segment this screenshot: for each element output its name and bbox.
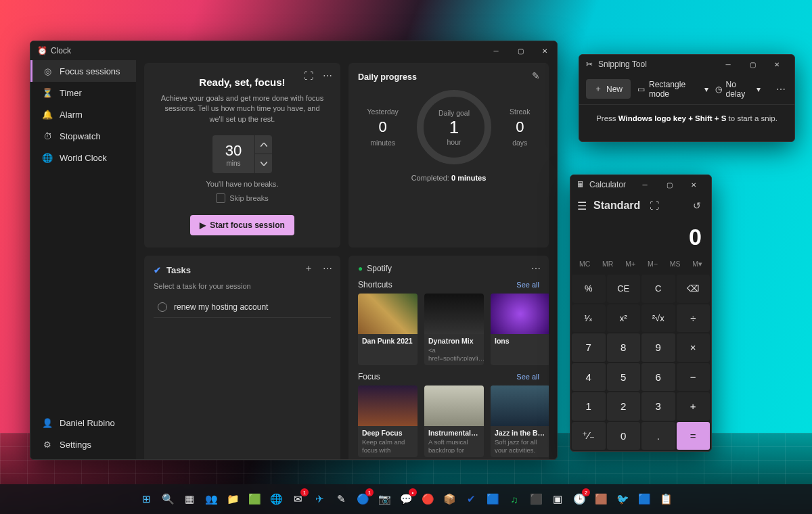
minutes-down-button[interactable]	[254, 154, 272, 173]
calc-mem-m[interactable]: M+	[624, 257, 637, 271]
calc-key-÷[interactable]: ÷	[677, 304, 710, 333]
shortcuts-see-all[interactable]: See all	[516, 281, 539, 289]
expand-icon[interactable]: ⛶	[301, 68, 316, 83]
taskbar-app-3[interactable]: 🟦	[483, 490, 502, 509]
calc-maximize[interactable]: ▢	[657, 175, 681, 194]
calc-key-0[interactable]: 0	[607, 422, 641, 450]
calc-key-2[interactable]: 2	[607, 392, 641, 421]
calc-key-¹⁄ₓ[interactable]: ¹⁄ₓ	[572, 304, 606, 333]
calc-mem-ms[interactable]: MS	[669, 257, 682, 271]
calc-key-CE[interactable]: CE	[607, 275, 641, 303]
task-item[interactable]: renew my hosting account	[154, 297, 331, 318]
taskbar-telegram[interactable]: ✈	[310, 490, 329, 509]
skip-breaks-checkbox[interactable]	[216, 193, 225, 203]
calc-history-icon[interactable]: ↺	[690, 198, 704, 213]
playlist-tile[interactable]: Dan Punk 2021	[358, 294, 418, 365]
calc-key-=[interactable]: =	[677, 422, 710, 450]
calc-key-.[interactable]: .	[641, 422, 675, 450]
calc-key-4[interactable]: 4	[572, 363, 606, 392]
snip-mode-dropdown[interactable]: ▭ Rectangle mode ▾	[637, 80, 708, 99]
calc-key-9[interactable]: 9	[641, 333, 675, 362]
tasks-more-icon[interactable]: ⋯	[320, 261, 335, 276]
taskbar-terminal[interactable]: ▣	[548, 490, 567, 509]
playlist-tile[interactable]: Deep Focus Keep calm and focus with ambi…	[358, 386, 418, 457]
taskbar-app-red[interactable]: 🔴	[418, 490, 437, 509]
calc-key-⁺⁄₋[interactable]: ⁺⁄₋	[572, 422, 606, 450]
taskbar-browser[interactable]: 🌐	[267, 490, 286, 509]
task-circle-icon[interactable]	[158, 302, 167, 312]
playlist-tile[interactable]: Dynatron Mix <a href=spotify:playli…	[424, 294, 484, 365]
taskbar-twitter[interactable]: 🐦	[613, 490, 632, 509]
taskbar-explorer[interactable]: 📁	[223, 490, 242, 509]
maximize-button[interactable]: ▢	[508, 41, 533, 60]
snip-minimize[interactable]: ─	[716, 55, 740, 74]
calc-key-²√x[interactable]: ²√x	[641, 304, 675, 333]
calc-key-8[interactable]: 8	[607, 333, 641, 362]
minutes-up-button[interactable]	[254, 135, 272, 154]
calc-key-6[interactable]: 6	[641, 363, 675, 392]
taskbar-app-2[interactable]: 🔵1	[353, 490, 372, 509]
calc-key-1[interactable]: 1	[572, 392, 606, 421]
taskbar-app-6[interactable]: 🟦	[635, 490, 654, 509]
taskbar-app-7[interactable]: 📋	[656, 490, 675, 509]
sidebar-user[interactable]: 👤 Daniel Rubino	[30, 412, 136, 434]
calc-key-7[interactable]: 7	[572, 333, 606, 362]
calc-key-C[interactable]: C	[641, 275, 675, 303]
taskbar-pen[interactable]: ✎	[332, 490, 351, 509]
sidebar-item-focus-sessions[interactable]: ◎Focus sessions	[30, 60, 136, 82]
playlist-tile[interactable]: Ions	[491, 294, 549, 365]
taskbar-start[interactable]: ⊞	[137, 490, 156, 509]
taskbar-teams[interactable]: 👥	[202, 490, 221, 509]
spotify-more-icon[interactable]: ⋯	[528, 261, 543, 276]
taskbar-search[interactable]: 🔍	[158, 490, 177, 509]
focus-minutes-box[interactable]: 30 mins	[212, 135, 254, 173]
calc-key-5[interactable]: 5	[607, 363, 641, 392]
calc-mem-mc[interactable]: MC	[578, 257, 591, 271]
calc-key-×[interactable]: ×	[677, 333, 710, 362]
calc-key-x²[interactable]: x²	[607, 304, 641, 333]
taskbar-app-5[interactable]: 🟫	[591, 490, 610, 509]
focus-see-all[interactable]: See all	[516, 373, 539, 381]
calc-key-−[interactable]: −	[677, 363, 710, 392]
snip-maximize[interactable]: ▢	[740, 55, 765, 74]
calc-menu-icon[interactable]: ☰	[577, 200, 587, 212]
edit-progress-icon[interactable]: ✎	[528, 68, 543, 83]
calc-mem-mr[interactable]: MR	[601, 257, 614, 271]
taskbar-todo[interactable]: ✔	[461, 490, 480, 509]
taskbar-task-view[interactable]: ▦	[180, 490, 199, 509]
skip-breaks-row[interactable]: Skip breaks	[154, 193, 331, 203]
sidebar-item-alarm[interactable]: 🔔Alarm	[30, 103, 136, 125]
snip-close[interactable]: ✕	[765, 55, 789, 74]
playlist-tile[interactable]: Jazz in the Backg… Soft jazz for all you…	[491, 386, 549, 457]
snip-more-icon[interactable]: ⋯	[774, 82, 788, 97]
calc-mem-m[interactable]: M−	[646, 257, 659, 271]
close-button[interactable]: ✕	[533, 41, 557, 60]
more-icon[interactable]: ⋯	[320, 68, 335, 83]
taskbar-clock[interactable]: 🕒2	[570, 490, 589, 509]
calc-close[interactable]: ✕	[681, 175, 706, 194]
taskbar-mail[interactable]: ✉1	[288, 490, 307, 509]
new-snip-button[interactable]: ＋ New	[586, 79, 631, 99]
taskbar-app-4[interactable]: ⬛	[526, 490, 545, 509]
sidebar-item-world-clock[interactable]: 🌐World Clock	[30, 147, 136, 168]
taskbar-camera[interactable]: 📷	[375, 490, 394, 509]
add-task-icon[interactable]: ＋	[301, 261, 316, 276]
taskbar-app-1[interactable]: 🟩	[245, 490, 264, 509]
sidebar-item-timer[interactable]: ⏳Timer	[30, 82, 136, 103]
taskbar-fedex[interactable]: 📦	[440, 490, 459, 509]
taskbar-discord[interactable]: 💬•	[397, 490, 415, 509]
taskbar-spotify[interactable]: ♫	[505, 490, 524, 509]
calc-keep-on-top-icon[interactable]: ⛶	[647, 198, 662, 213]
snip-delay-dropdown[interactable]: ◷ No delay ▾	[715, 80, 761, 99]
sidebar-settings[interactable]: ⚙ Settings	[30, 434, 136, 455]
calc-key-3[interactable]: 3	[641, 392, 675, 421]
start-focus-button[interactable]: ▶ Start focus session	[190, 215, 294, 235]
minimize-button[interactable]: ─	[484, 41, 508, 60]
calc-key-%[interactable]: %	[572, 275, 606, 303]
calc-key-+[interactable]: +	[677, 392, 710, 421]
calc-mem-m[interactable]: M▾	[691, 257, 704, 271]
calc-minimize[interactable]: ─	[633, 175, 657, 194]
sidebar-item-stopwatch[interactable]: ⏱Stopwatch	[30, 125, 136, 147]
calc-key-⌫[interactable]: ⌫	[677, 275, 710, 303]
playlist-tile[interactable]: Instrumental Study A soft musical backdr…	[424, 386, 484, 457]
